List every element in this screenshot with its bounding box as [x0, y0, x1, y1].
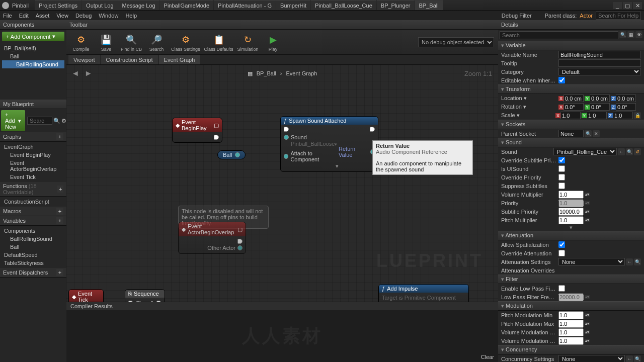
use-icon[interactable]: ← — [626, 355, 633, 363]
browse-icon[interactable]: 🔍 — [634, 258, 641, 265]
add-graph-button[interactable]: + — [56, 133, 63, 140]
window-close-icon[interactable]: ✕ — [633, 2, 642, 9]
exec-in-pin[interactable] — [284, 127, 289, 132]
menu-view[interactable]: View — [56, 13, 68, 19]
macros-section[interactable]: Macros+ — [0, 207, 66, 216]
cat-filter[interactable]: Filter — [498, 275, 644, 284]
details-search-input[interactable] — [500, 31, 618, 39]
browse-icon[interactable]: 🔍 — [626, 148, 633, 155]
editable-inherited-checkbox[interactable] — [558, 77, 565, 83]
tab-gamemode[interactable]: PinballGameMode — [160, 1, 214, 10]
tab-plunger[interactable]: BP_Plunger — [377, 1, 415, 10]
constructionscript-item[interactable]: ConstructionScript — [2, 198, 64, 206]
add-dispatcher-button[interactable]: + — [56, 269, 63, 276]
search-icon[interactable]: 🔍 — [619, 31, 626, 38]
menu-debug[interactable]: Debug — [75, 13, 92, 19]
filter-icon[interactable]: ▦ — [627, 31, 634, 38]
use-icon[interactable]: ← — [626, 258, 633, 265]
attenuation-settings-select[interactable]: None — [558, 258, 625, 265]
add-macro-button[interactable]: + — [56, 208, 63, 215]
nav-back-icon[interactable]: ◄ — [71, 69, 79, 78]
browse-icon[interactable]: 🔍 — [634, 355, 641, 363]
node-spawn-sound[interactable]: ƒSpawn Sound Attached Sound Pinball_Ball… — [280, 116, 378, 172]
var-components[interactable]: Components — [2, 227, 64, 235]
tab-bumperhit[interactable]: BumperHit — [276, 1, 310, 10]
functions-section[interactable]: Functions (18 Overridable)+ — [0, 182, 66, 197]
sound-pin[interactable] — [284, 135, 289, 140]
tab-project-settings[interactable]: Project Settings — [35, 1, 82, 10]
node-ball-variable[interactable]: Ball — [217, 150, 246, 159]
event-beginplay-item[interactable]: Event BeginPlay — [2, 151, 64, 159]
var-out-pin[interactable] — [235, 152, 240, 157]
lock-icon[interactable]: 🔒 — [634, 112, 641, 119]
tab-attenuation[interactable]: PinballAttenuation - G — [214, 1, 276, 10]
loc-y[interactable] — [590, 95, 610, 102]
reset-icon[interactable]: ↺ — [634, 148, 641, 155]
add-component-button[interactable]: + Add Component▾ — [2, 32, 64, 41]
loc-x[interactable] — [564, 95, 584, 102]
menu-help[interactable]: Help — [125, 13, 137, 19]
loc-z[interactable] — [616, 95, 636, 102]
use-icon[interactable]: ← — [618, 148, 625, 155]
search-icon[interactable]: 🔍 — [585, 130, 592, 137]
cat-concurrency[interactable]: Concurrency — [498, 345, 644, 354]
override-attenuation-checkbox[interactable] — [558, 250, 565, 256]
play-button[interactable]: ▶Play — [263, 33, 284, 52]
concurrency-select[interactable]: None — [558, 355, 625, 362]
menu-edit[interactable]: Edit — [19, 13, 29, 19]
node-add-impulse[interactable]: ƒAdd Impulse Target is Primitive Compone… — [378, 284, 469, 302]
category-select[interactable]: Default — [558, 68, 641, 75]
node-event-tick[interactable]: ◆Event Tick — [68, 289, 104, 302]
clear-icon[interactable]: ✕ — [593, 130, 600, 137]
rot-y[interactable] — [590, 103, 610, 111]
menu-asset[interactable]: Asset — [36, 13, 50, 19]
component-sound[interactable]: BallRollingSound — [2, 60, 64, 68]
search-icon[interactable]: 🔍 — [53, 118, 60, 124]
cat-modulation[interactable]: Modulation — [498, 301, 644, 311]
cat-sound[interactable]: Sound — [498, 138, 644, 147]
rot-z[interactable] — [616, 103, 636, 111]
viewport-tab[interactable]: Viewport — [68, 55, 100, 64]
menu-window[interactable]: Window — [99, 13, 118, 19]
eventgraph-item[interactable]: EventGraph — [2, 143, 64, 151]
vol-mod-min-input[interactable] — [558, 328, 584, 336]
cat-attenuation[interactable]: Attenuation — [498, 231, 644, 240]
class-settings-button[interactable]: ⚙Class Settings — [171, 33, 200, 52]
event-tick-item[interactable]: Event Tick — [2, 173, 64, 181]
is-uisound-checkbox[interactable] — [558, 165, 565, 172]
parent-class-link[interactable]: Actor — [580, 13, 593, 19]
clear-button[interactable]: Clear — [481, 354, 494, 360]
eye-icon[interactable]: 👁 — [635, 31, 642, 38]
menu-file[interactable]: File — [3, 13, 12, 19]
enable-lpf-checkbox[interactable] — [558, 285, 565, 292]
parent-socket-input[interactable] — [558, 130, 584, 137]
event-graph-canvas[interactable]: ◄ ► ▦ BP_Ball›Event Graph Zoom 1:1 ◆Even… — [66, 65, 498, 302]
debug-object-select[interactable]: No debug object selected — [418, 37, 494, 47]
tab-bp-ball[interactable]: BP_Ball — [415, 1, 443, 10]
node-sequence[interactable]: ⎘Sequence Then 0 — [125, 289, 165, 302]
compiler-results-tab[interactable]: Compiler Results — [70, 303, 113, 309]
nav-fwd-icon[interactable]: ► — [85, 69, 93, 78]
pitch-multiplier-input[interactable] — [558, 216, 584, 224]
subtitle-priority-input[interactable] — [558, 208, 584, 216]
dispatchers-section[interactable]: Event Dispatchers+ — [0, 268, 66, 278]
exec-out-pin[interactable] — [214, 135, 219, 140]
var-ball[interactable]: Ball — [2, 243, 64, 251]
breadcrumb[interactable]: ▦ BP_Ball›Event Graph — [248, 70, 317, 77]
search-button[interactable]: 🔎Search — [146, 33, 167, 52]
var-defaultspeed[interactable]: DefaultSpeed — [2, 251, 64, 259]
volume-multiplier-input[interactable] — [558, 191, 584, 199]
tab-message-log[interactable]: Message Log — [118, 1, 159, 10]
expand-icon[interactable]: ▾ — [498, 224, 644, 231]
event-actorbeginoverlap-item[interactable]: Event ActorBeginOverlap — [2, 159, 64, 173]
pitch-mod-max-input[interactable] — [558, 320, 584, 328]
allow-spatialization-checkbox[interactable] — [558, 241, 565, 248]
sound-asset-select[interactable]: Pinball_Rolling_Cue — [553, 148, 617, 155]
override-subtitle-checkbox[interactable] — [558, 157, 565, 163]
var-ballrollingsound[interactable]: BallRollingSound — [2, 235, 64, 243]
variable-name-input[interactable] — [558, 51, 641, 58]
help-search-input[interactable] — [596, 12, 641, 20]
exec-out-pin[interactable] — [237, 239, 243, 244]
attach-pin[interactable] — [284, 154, 288, 159]
pitch-mod-min-input[interactable] — [558, 311, 584, 319]
